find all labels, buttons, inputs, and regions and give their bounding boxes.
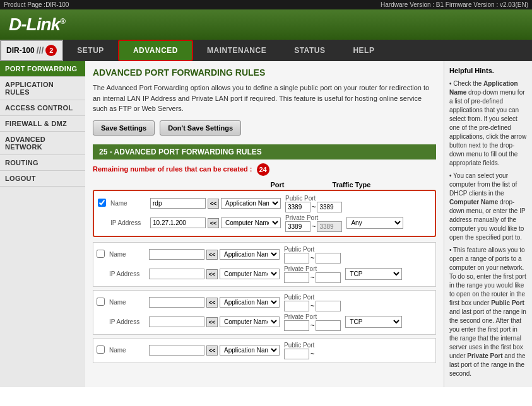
section-title-text: - xyxy=(110,148,114,156)
rule-2-check-cell xyxy=(97,246,107,259)
rule-3-app-dropdown[interactable]: Application Name xyxy=(220,297,280,308)
section-number: 25 xyxy=(99,148,107,156)
rule-3-computer-dropdown[interactable]: Computer Name xyxy=(220,316,280,327)
rule-1-check-cell xyxy=(98,195,108,208)
rule-3-ip-label: IP Address xyxy=(109,318,147,325)
rule-2-pub-port-to[interactable] xyxy=(316,253,341,264)
rule-4-app-dropdown[interactable]: Application Name xyxy=(220,345,280,356)
rule-4-pub-tilde: ~ xyxy=(310,350,314,357)
rule-4-name-input[interactable] xyxy=(149,345,204,356)
rule-3-priv-port-line: ~ xyxy=(284,320,341,331)
sidebar: PORT FORWARDING APPLICATION RULES ACCESS… xyxy=(0,61,85,387)
sidebar-item-port-forwarding[interactable]: PORT FORWARDING xyxy=(0,61,85,77)
help-hint-1: • Check the Application Name drop-down m… xyxy=(449,79,527,168)
sidebar-item-application-rules[interactable]: APPLICATION RULES xyxy=(0,77,85,100)
tab-status[interactable]: STATUS xyxy=(280,41,339,60)
sidebar-item-firewall-dmz[interactable]: FIREWALL & DMZ xyxy=(0,116,85,132)
rule-2-pub-port-label: Public Port xyxy=(284,246,341,253)
rule-3-ip-input[interactable] xyxy=(149,316,204,327)
rule-3-computer-arrow-btn[interactable]: << xyxy=(206,317,218,327)
rule-2-priv-port-group: Private Port ~ xyxy=(284,265,341,283)
rule-2-priv-tilde: ~ xyxy=(310,274,314,281)
rule-4-app-arrow-btn[interactable]: << xyxy=(206,345,218,356)
rule-1-pub-port-label: Public Port xyxy=(285,195,342,202)
tab-maintenance[interactable]: MAINTENANCE xyxy=(193,41,280,60)
tab-advanced[interactable]: ADVANCED xyxy=(118,40,193,61)
rule-2-checkbox[interactable] xyxy=(97,250,105,258)
top-bar: Product Page :DIR-100 Hardware Version :… xyxy=(0,0,532,9)
rule-1-name-input[interactable] xyxy=(150,198,206,209)
nav-badge-num: 2 xyxy=(45,45,57,56)
rule-2-ip-input[interactable] xyxy=(149,269,204,279)
remaining-text: Remaining number of rules that can be cr… xyxy=(93,163,436,176)
sidebar-item-access-control[interactable]: ACCESS CONTROL xyxy=(0,100,85,116)
rule-4-checkbox[interactable] xyxy=(97,345,105,354)
rule-3-name-input[interactable] xyxy=(149,297,204,308)
rule-2-ip-row: IP Address << Computer Name Private Port… xyxy=(109,265,432,283)
save-settings-button[interactable]: Save Settings xyxy=(93,120,155,136)
rule-4-pub-port-line: ~ xyxy=(284,349,314,359)
rule-3-pub-port-from[interactable] xyxy=(284,301,309,311)
rule-2-computer-dropdown[interactable]: Computer Name xyxy=(220,269,280,279)
rule-3-priv-port-group: Private Port ~ xyxy=(284,313,341,331)
sidebar-item-logout[interactable]: LOGOUT xyxy=(0,171,85,187)
rule-1-container: Name << Application Name Public Port ~ xyxy=(93,190,436,237)
rule-3-checkbox[interactable] xyxy=(97,298,105,306)
rule-2-name-row: Name << Application Name Public Port ~ xyxy=(109,246,432,264)
rule-2-priv-port-from[interactable] xyxy=(284,272,309,283)
rule-1-traffic-dropdown[interactable]: Any xyxy=(346,217,403,229)
rule-3-name-label: Name xyxy=(109,299,147,306)
rule-1-pub-port-group: Public Port ~ xyxy=(285,195,342,212)
rule-2-computer-arrow-btn[interactable]: << xyxy=(206,269,218,279)
rule-1-name-row: Name << Application Name Public Port ~ xyxy=(110,195,431,212)
rule-4-pub-port-from[interactable] xyxy=(284,349,309,359)
sidebar-item-routing[interactable]: ROUTING xyxy=(0,155,85,171)
rule-4-fields: Name << Application Name Public Port ~ xyxy=(109,342,432,359)
rule-3-priv-port-to[interactable] xyxy=(316,320,341,331)
rule-4-pub-port-group: Public Port ~ xyxy=(284,342,314,359)
rule-3-pub-port-to[interactable] xyxy=(316,301,341,311)
rule-1-priv-tilde: ~ xyxy=(312,223,316,230)
rule-2-priv-port-label: Private Port xyxy=(284,265,341,272)
rule-2-pub-port-line: ~ xyxy=(284,253,341,264)
rule-2-priv-port-to[interactable] xyxy=(316,272,341,283)
dont-save-settings-button[interactable]: Don't Save Settings xyxy=(160,120,241,136)
rule-1-priv-port-group: Private Port ~ xyxy=(285,214,342,232)
rule-1-computer-dropdown[interactable]: Computer Name xyxy=(221,218,281,228)
rule-1-priv-port-from[interactable] xyxy=(285,221,310,232)
rule-1-priv-port-to[interactable] xyxy=(317,221,342,232)
rule-1-ip-input[interactable] xyxy=(150,218,206,228)
rule-2-pub-port-from[interactable] xyxy=(284,253,309,264)
rule-3-priv-port-from[interactable] xyxy=(284,320,309,331)
rule-2-pub-port-group: Public Port ~ xyxy=(284,246,341,264)
sidebar-item-advanced-network[interactable]: ADVANCED NETWORK xyxy=(0,132,85,155)
tab-help[interactable]: HELP xyxy=(339,41,388,60)
rule-3-app-arrow-btn[interactable]: << xyxy=(206,298,218,308)
section-title: 25 - ADVANCED PORT FORWARDING RULES xyxy=(93,144,436,160)
version-info: Hardware Version : B1 Firmware Version :… xyxy=(381,1,528,8)
rule-3-traffic-dropdown[interactable]: TCP xyxy=(345,316,402,328)
rule-1-app-arrow-btn[interactable]: << xyxy=(208,199,219,209)
rule-2-app-arrow-btn[interactable]: << xyxy=(206,250,218,260)
rule-1-checkbox[interactable] xyxy=(98,199,106,207)
logo-text: D-Link xyxy=(9,14,60,34)
rule-2-name-input[interactable] xyxy=(149,249,204,260)
help-hint-3: • This feature allows you to open a rang… xyxy=(449,246,527,378)
rule-3-priv-tilde: ~ xyxy=(310,322,314,329)
rule-1-pub-port-from[interactable] xyxy=(285,202,310,212)
nav-tabs-container: DIR-100 /// 2 SETUP ADVANCED MAINTENANCE… xyxy=(0,40,532,61)
nav-tabs: SETUP ADVANCED MAINTENANCE STATUS HELP xyxy=(63,40,532,61)
rule-1-app-dropdown[interactable]: Application Name xyxy=(221,198,281,209)
rule-1-pub-port-line: ~ xyxy=(285,202,342,212)
rule-2-pub-tilde: ~ xyxy=(310,254,314,262)
rule-1-computer-arrow-btn[interactable]: << xyxy=(208,218,219,228)
rule-2-fields: Name << Application Name Public Port ~ xyxy=(109,246,432,283)
rule-2-app-dropdown[interactable]: Application Name xyxy=(220,249,280,260)
tab-setup[interactable]: SETUP xyxy=(63,41,118,60)
rule-2-traffic-dropdown[interactable]: TCP xyxy=(345,268,402,280)
rule-2-container: Name << Application Name Public Port ~ xyxy=(93,242,436,287)
rule-3-ip-row: IP Address << Computer Name Private Port… xyxy=(109,313,432,331)
rule-1-pub-port-to[interactable] xyxy=(317,202,342,212)
rule-3-pub-tilde: ~ xyxy=(310,302,314,310)
rule-3-pub-port-group: Public Port ~ xyxy=(284,294,341,311)
